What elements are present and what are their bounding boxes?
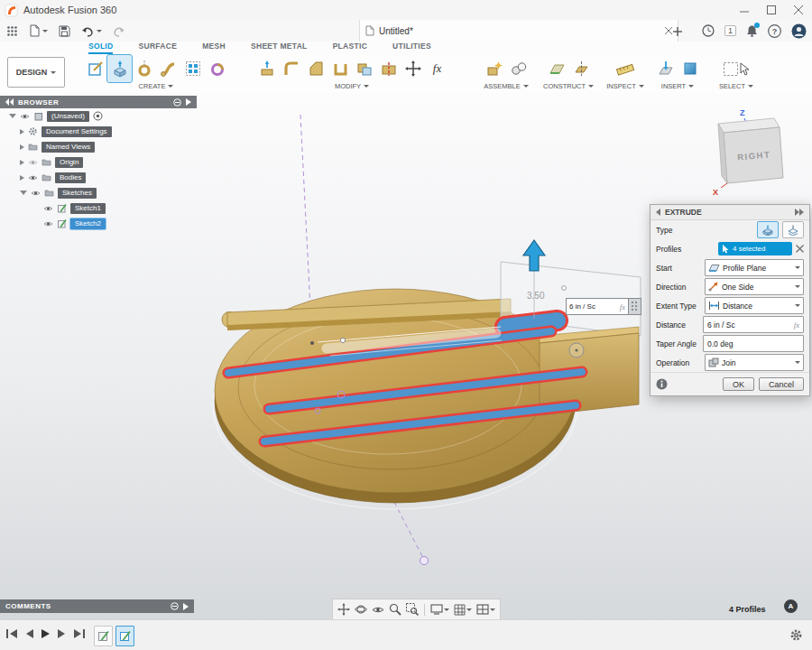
tab-mesh[interactable]: MESH xyxy=(202,42,226,54)
document-tab[interactable]: Untitled* xyxy=(359,20,678,42)
expand-toggle-icon[interactable] xyxy=(20,160,24,165)
extrude-icon[interactable] xyxy=(107,55,132,82)
ok-button[interactable]: OK xyxy=(723,377,754,391)
browser-item-root[interactable]: (Unsaved) xyxy=(0,108,197,124)
step-back-button[interactable] xyxy=(24,628,34,639)
distance-input[interactable]: 6 in / Sc fx xyxy=(703,316,804,333)
operation-select[interactable]: Join xyxy=(705,354,804,371)
zoom-icon[interactable] xyxy=(388,603,402,616)
go-to-end-button[interactable] xyxy=(73,628,86,639)
create-sketch-icon[interactable] xyxy=(83,55,107,82)
browser-item-bodies[interactable]: Bodies xyxy=(0,170,197,185)
tab-sheet-metal[interactable]: SHEET METAL xyxy=(251,42,308,54)
combine-icon[interactable] xyxy=(352,55,376,82)
redo-button[interactable] xyxy=(110,21,128,41)
visibility-eye-icon[interactable] xyxy=(20,113,30,120)
new-component-icon[interactable] xyxy=(482,55,506,82)
shell-icon[interactable] xyxy=(328,55,352,82)
look-at-icon[interactable] xyxy=(371,605,385,615)
comments-panel[interactable]: COMMENTS xyxy=(0,599,194,613)
revolve-icon[interactable] xyxy=(132,55,156,82)
split-body-icon[interactable] xyxy=(376,55,401,82)
joint-icon[interactable] xyxy=(506,55,531,82)
visibility-eye-icon[interactable] xyxy=(43,220,53,228)
expand-toggle-icon[interactable] xyxy=(20,144,24,150)
zoom-window-icon[interactable] xyxy=(405,603,420,616)
insert-group-label[interactable]: INSERT xyxy=(661,82,694,90)
comments-filter-icon[interactable] xyxy=(171,602,179,610)
select-icon[interactable] xyxy=(718,55,754,82)
notifications-bell-icon[interactable] xyxy=(746,24,758,37)
file-menu-button[interactable] xyxy=(26,21,51,41)
dialog-header[interactable]: EXTRUDE xyxy=(651,205,809,220)
timeline-sketch1-item[interactable] xyxy=(94,626,113,646)
decal-icon[interactable] xyxy=(678,55,702,82)
tab-solid[interactable]: SOLID xyxy=(88,42,113,54)
select-group-label[interactable]: SELECT xyxy=(719,82,753,90)
fillet-icon[interactable] xyxy=(279,55,303,82)
browser-item-sketches[interactable]: Sketches xyxy=(0,185,197,200)
browser-expand-icon[interactable] xyxy=(186,98,191,106)
cancel-button[interactable]: Cancel xyxy=(759,377,804,391)
assemble-group-label[interactable]: ASSEMBLE xyxy=(484,82,528,90)
help-icon[interactable]: ? xyxy=(768,24,781,38)
orbit-icon[interactable] xyxy=(354,603,368,616)
maximize-button[interactable] xyxy=(758,1,785,20)
extrude-type-button[interactable] xyxy=(757,221,779,238)
chamfer-icon[interactable] xyxy=(303,55,328,82)
visibility-eye-icon[interactable] xyxy=(28,159,38,166)
coil-icon[interactable] xyxy=(205,55,229,82)
create-group-label[interactable]: CREATE xyxy=(139,82,174,90)
tab-utilities[interactable]: UTILITIES xyxy=(392,42,431,54)
browser-item-origin[interactable]: Origin xyxy=(0,154,197,170)
expand-toggle-icon[interactable] xyxy=(20,175,24,181)
sweep-icon[interactable] xyxy=(156,55,180,82)
tab-surface[interactable]: SURFACE xyxy=(138,42,177,54)
canvas-area[interactable]: 3.50 BROWSER (Unsaved) Document S xyxy=(0,93,812,619)
construct-group-label[interactable]: CONSTRUCT xyxy=(543,82,594,90)
undo-button[interactable] xyxy=(78,21,105,41)
browser-header[interactable]: BROWSER xyxy=(0,96,197,108)
view-cube[interactable]: Z RIGHT X xyxy=(706,106,805,198)
visibility-eye-icon[interactable] xyxy=(43,205,53,212)
visibility-eye-icon[interactable] xyxy=(28,174,38,181)
browser-item-sketch1[interactable]: Sketch1 xyxy=(0,200,197,216)
modify-group-label[interactable]: MODIFY xyxy=(335,82,369,90)
dialog-collapse-icon[interactable] xyxy=(656,209,660,216)
start-select[interactable]: Profile Plane xyxy=(705,259,804,276)
display-settings-icon[interactable] xyxy=(429,604,450,615)
taper-angle-input[interactable]: 0.0 deg xyxy=(703,335,804,352)
move-icon[interactable] xyxy=(401,55,425,82)
change-parameters-icon[interactable]: fx xyxy=(425,55,449,82)
viewports-icon[interactable] xyxy=(475,604,496,615)
visibility-eye-icon[interactable] xyxy=(31,190,41,197)
measure-icon[interactable] xyxy=(614,55,638,82)
timeline-settings-gear-icon[interactable] xyxy=(789,628,803,642)
construction-axis-icon[interactable] xyxy=(568,55,593,82)
pan-icon[interactable] xyxy=(337,603,351,616)
minimize-button[interactable] xyxy=(731,1,758,20)
inspect-group-label[interactable]: INSPECT xyxy=(606,82,644,90)
clear-selection-icon[interactable] xyxy=(796,245,804,253)
dialog-dock-icon[interactable] xyxy=(795,209,804,216)
insert-derive-icon[interactable] xyxy=(653,55,678,82)
expand-toggle-icon[interactable] xyxy=(20,190,27,195)
collapse-panel-icon[interactable] xyxy=(5,98,14,106)
tab-plastic[interactable]: PLASTIC xyxy=(333,42,367,54)
browser-item-document-settings[interactable]: Document Settings xyxy=(0,124,197,139)
user-avatar[interactable] xyxy=(791,23,807,39)
rotate-handle-icon[interactable] xyxy=(569,343,584,358)
marker-a-icon[interactable]: A xyxy=(784,599,798,613)
info-icon[interactable] xyxy=(656,378,668,390)
browser-filter-icon[interactable] xyxy=(173,98,181,107)
play-button[interactable] xyxy=(41,628,51,639)
drag-grip-icon[interactable] xyxy=(629,298,641,315)
thin-extrude-type-button[interactable] xyxy=(782,221,804,238)
pattern-icon[interactable] xyxy=(180,55,205,82)
save-button[interactable] xyxy=(56,21,73,41)
job-status-icon[interactable] xyxy=(702,24,715,37)
distance-mini-input[interactable]: 6 in / Sc fx xyxy=(566,298,629,315)
press-pull-icon[interactable] xyxy=(254,55,279,82)
expand-toggle-icon[interactable] xyxy=(9,114,16,118)
timeline-sketch2-item[interactable] xyxy=(115,626,134,646)
